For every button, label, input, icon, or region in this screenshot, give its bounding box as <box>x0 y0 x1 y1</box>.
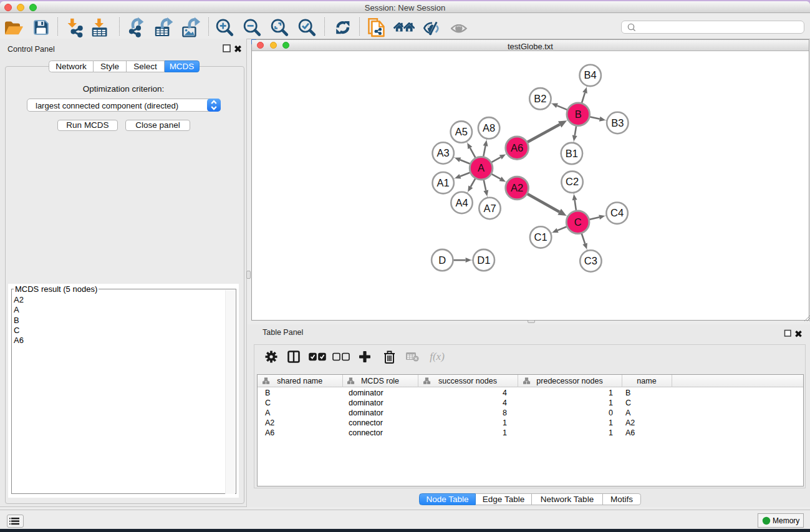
svg-text:B4: B4 <box>584 69 597 80</box>
svg-text:A8: A8 <box>483 122 495 133</box>
svg-text:A2: A2 <box>511 182 523 193</box>
svg-text:A5: A5 <box>455 126 468 137</box>
svg-text:C1: C1 <box>534 231 547 243</box>
svg-text:f(x): f(x) <box>430 351 445 362</box>
svg-text:C4: C4 <box>610 207 624 218</box>
svg-text:B2: B2 <box>534 93 546 104</box>
svg-text:C: C <box>574 216 582 228</box>
svg-text:D1: D1 <box>477 254 490 266</box>
svg-text:A7: A7 <box>483 203 496 214</box>
svg-text:C3: C3 <box>584 255 597 266</box>
svg-text:D: D <box>438 254 446 266</box>
svg-text:A: A <box>478 162 485 173</box>
svg-text:A4: A4 <box>455 197 468 208</box>
svg-text:B3: B3 <box>611 117 624 128</box>
svg-text:B1: B1 <box>566 148 578 159</box>
svg-text:A6: A6 <box>511 142 523 153</box>
svg-text:A1: A1 <box>437 177 450 188</box>
svg-text:A3: A3 <box>437 147 450 158</box>
svg-text:B: B <box>575 109 582 120</box>
svg-text:C2: C2 <box>566 176 579 187</box>
